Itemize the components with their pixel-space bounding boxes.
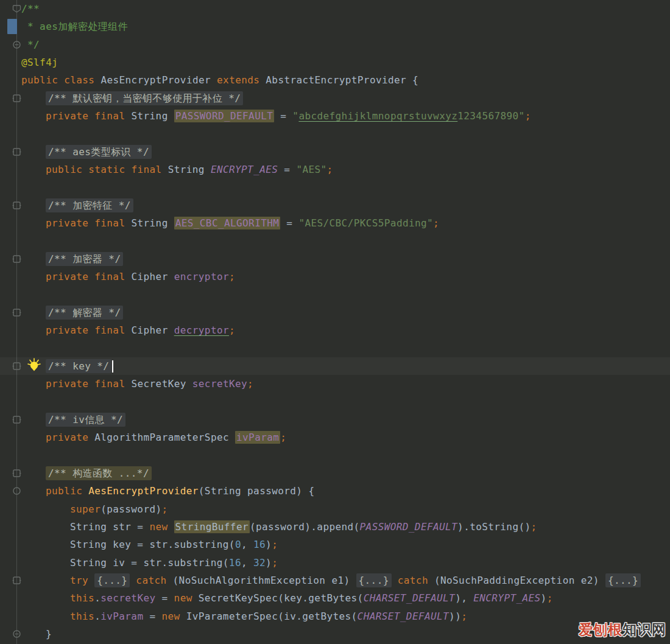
code-token: AES_CBC_ALGORITHM (174, 217, 281, 229)
code-line[interactable]: public AesEncryptProvider(String passwor… (0, 482, 670, 500)
code-token: = (143, 611, 161, 622)
code-line[interactable]: } (0, 625, 670, 643)
fold-collapsed-icon[interactable] (12, 362, 21, 371)
fold-collapsed-icon[interactable] (12, 308, 21, 317)
fold-expanded-icon[interactable] (12, 486, 21, 495)
code-token: {...} (356, 573, 392, 587)
code-line[interactable]: /** iv信息 */ (0, 411, 670, 429)
code-line[interactable]: public class AesEncryptProvider extends … (0, 71, 670, 89)
code-line[interactable]: /** 构造函数 ...*/ (0, 464, 670, 482)
fold-expanded-bottom-icon[interactable] (12, 40, 21, 49)
fold-expanded-bottom-icon[interactable] (12, 629, 21, 639)
code-line[interactable]: /** key */ (0, 357, 670, 375)
lightbulb-icon[interactable] (26, 358, 42, 374)
code-token: /** iv信息 */ (46, 413, 125, 427)
fold-collapsed-icon[interactable] (12, 147, 21, 156)
fold-collapsed-icon[interactable] (12, 201, 21, 210)
code-token: /** (21, 3, 40, 15)
code-token: = (274, 110, 292, 122)
code-line[interactable] (0, 447, 670, 464)
fold-collapsed-icon[interactable] (12, 254, 21, 264)
code-line[interactable]: private final Cipher encryptor; (0, 268, 670, 285)
code-line[interactable] (0, 125, 670, 142)
code-token: /** 加密特征 */ (46, 198, 133, 212)
code-token: super (70, 503, 100, 515)
code-line[interactable]: private final SecretKey secretKey; (0, 375, 670, 393)
code-line[interactable]: * aes加解密处理组件 (0, 18, 670, 35)
code-token: secretKey (192, 378, 247, 390)
fold-collapsed-icon[interactable] (12, 469, 21, 478)
code-line[interactable]: String key = str.substring(0, 16); (0, 536, 670, 553)
code-token: secretKey (100, 592, 155, 604)
code-token: String (168, 164, 211, 175)
code-token: * aes加解密处理组件 (21, 21, 128, 32)
code-token: ) (541, 592, 547, 604)
code-token: PASSWORD_DEFAULT (360, 521, 458, 533)
code-line[interactable] (0, 178, 670, 196)
code-line[interactable]: try {...} catch (NoSuchAlgorithmExceptio… (0, 572, 670, 589)
code-line[interactable]: /** aes类型标识 */ (0, 143, 670, 161)
bookmark-icon[interactable] (7, 19, 17, 34)
code-token: ; (272, 557, 278, 569)
code-line[interactable] (0, 286, 670, 304)
code-token: 32 (253, 557, 266, 569)
code-token: Cipher (131, 271, 174, 282)
code-token: ), (455, 592, 473, 604)
code-token: ) (266, 539, 272, 550)
code-line[interactable]: private final Cipher decryptor; (0, 321, 670, 339)
code-token: @Slf4j (21, 57, 58, 68)
code-token: , (241, 539, 253, 550)
code-token: new (174, 592, 199, 604)
code-token: ; (229, 324, 235, 336)
code-token: "AES/CBC/PKCS5Padding" (298, 217, 433, 229)
code-token: catch (136, 575, 172, 586)
code-line[interactable]: @Slf4j (0, 54, 670, 71)
code-line[interactable]: private AlgorithmParameterSpec ivParam; (0, 429, 670, 446)
code-line[interactable]: /** 加密特征 */ (0, 197, 670, 214)
watermark-text-red: 爱刨根 (579, 621, 622, 637)
code-line[interactable]: /** 加密器 */ (0, 250, 670, 268)
code-token: ivParam (235, 431, 280, 444)
code-line[interactable]: String str = new StringBuffer(password).… (0, 518, 670, 536)
code-token: "AES" (296, 164, 326, 175)
code-line[interactable]: this.ivParam = new IvParameterSpec(iv.ge… (0, 607, 670, 625)
code-line[interactable]: super(password); (0, 500, 670, 518)
code-area[interactable]: /** * aes加解密处理组件 */@Slf4jpublic class Ae… (0, 0, 670, 643)
fold-collapsed-icon[interactable] (12, 94, 21, 103)
code-line[interactable] (0, 340, 670, 357)
fold-expanded-top-icon[interactable] (12, 4, 21, 13)
code-token: SecretKey (131, 378, 192, 390)
code-token: 16 (253, 539, 266, 550)
code-token: ; (531, 521, 537, 533)
code-line[interactable]: public static final String ENCRYPT_AES =… (0, 161, 670, 178)
code-editor[interactable]: /** * aes加解密处理组件 */@Slf4jpublic class Ae… (0, 0, 670, 644)
code-token: ; (433, 217, 439, 229)
code-token: /** aes类型标识 */ (46, 145, 152, 159)
code-line[interactable]: /** 解密器 */ (0, 304, 670, 321)
code-line[interactable]: /** 默认密钥，当密钥不够使用于补位 */ (0, 89, 670, 107)
code-token: = (155, 592, 174, 604)
code-token: . (94, 592, 100, 604)
code-line[interactable] (0, 232, 670, 250)
code-line[interactable] (0, 393, 670, 411)
code-token: private (46, 432, 94, 443)
code-token: new (149, 521, 174, 533)
code-token: AesEncryptProvider (100, 74, 217, 86)
code-line[interactable]: private final String AES_CBC_ALGORITHM =… (0, 214, 670, 232)
code-line[interactable]: private final String PASSWORD_DEFAULT = … (0, 107, 670, 125)
code-token: /** 构造函数 ...*/ (46, 466, 152, 480)
code-line[interactable]: /** (0, 0, 670, 18)
code-token: AbstractEncryptProvider { (266, 74, 418, 86)
code-token: {...} (94, 573, 130, 587)
code-token: 0 (235, 539, 241, 550)
code-token: ; (162, 503, 168, 515)
code-token: ; (272, 539, 278, 550)
code-token: SecretKeySpec(key.getBytes( (199, 592, 364, 604)
fold-collapsed-icon[interactable] (12, 576, 21, 585)
code-line[interactable]: this.secretKey = new SecretKeySpec(key.g… (0, 589, 670, 607)
code-token: /** 默认密钥，当密钥不够使用于补位 */ (46, 91, 243, 105)
fold-collapsed-icon[interactable] (12, 415, 21, 424)
code-line[interactable]: String iv = str.substring(16, 32); (0, 554, 670, 572)
code-token: new (162, 611, 186, 622)
code-line[interactable]: */ (0, 36, 670, 54)
